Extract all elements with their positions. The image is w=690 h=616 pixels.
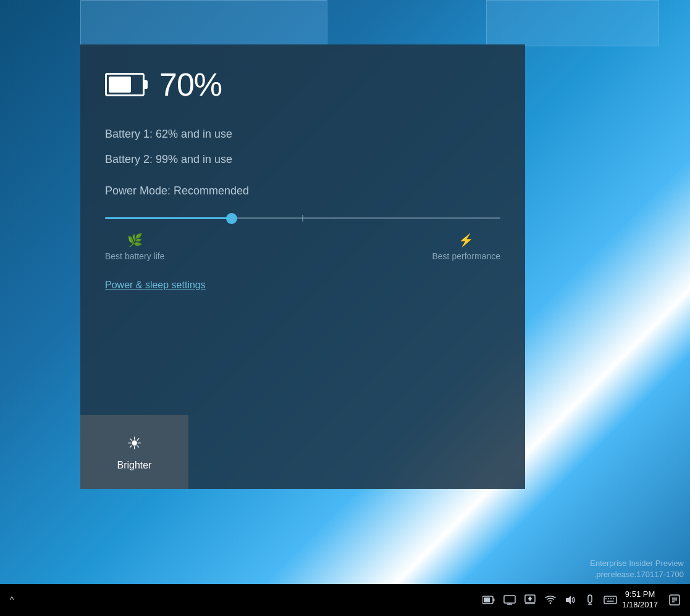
battery-fill [109, 77, 131, 93]
svg-point-9 [550, 602, 551, 604]
pen-icon[interactable] [585, 594, 595, 606]
enterprise-line1: Enterprise Insider Preview [590, 558, 684, 569]
slider-tick-mid [302, 215, 303, 222]
battery-systray-icon[interactable] [482, 596, 495, 604]
systray [482, 594, 617, 606]
bolt-icon: ⚡ [458, 233, 474, 248]
enterprise-watermark: Enterprise Insider Preview .prerelease.1… [590, 558, 684, 580]
svg-rect-11 [588, 595, 592, 602]
chevron-up-icon[interactable]: ^ [10, 595, 14, 605]
slider-thumb[interactable] [226, 213, 237, 224]
desktop-tile-right [486, 0, 659, 46]
sun-icon: ☀ [127, 433, 142, 454]
wifi-icon[interactable] [544, 595, 557, 605]
power-mode-ends: 🌿 Best battery life ⚡ Best performance [105, 233, 500, 261]
notification-icon[interactable] [669, 594, 680, 606]
best-battery-label: Best battery life [105, 251, 165, 261]
battery-icon [105, 73, 145, 96]
taskbar-clock[interactable]: 9:51 PM 1/18/2017 [622, 589, 658, 610]
battery2-detail: Battery 2: 99% and in use [105, 153, 500, 166]
svg-marker-10 [566, 596, 571, 604]
best-performance-end: ⚡ Best performance [432, 233, 501, 261]
battery-header: 70% [105, 66, 500, 103]
slider-track-fill [105, 217, 235, 219]
svg-rect-2 [494, 599, 495, 602]
svg-rect-14 [604, 596, 616, 604]
desktop-tile-left [80, 0, 327, 46]
keyboard-icon[interactable] [604, 595, 617, 605]
clock-time: 9:51 PM [625, 589, 655, 600]
power-mode-label: Power Mode: Recommended [105, 185, 500, 198]
svg-rect-3 [504, 596, 515, 603]
taskbar-left: ^ [0, 595, 14, 605]
upload-icon[interactable] [524, 594, 536, 606]
clock-date: 1/18/2017 [622, 600, 658, 610]
best-performance-label: Best performance [432, 251, 501, 261]
svg-rect-1 [484, 597, 490, 602]
slider-track [105, 217, 500, 219]
enterprise-line2: .prerelease.170117-1700 [590, 569, 684, 580]
power-settings-link[interactable]: Power & sleep settings [105, 280, 206, 291]
power-mode-slider-container[interactable] [105, 211, 500, 225]
display-icon[interactable] [503, 595, 516, 605]
battery1-detail: Battery 1: 62% and in use [105, 128, 500, 141]
brighter-label: Brighter [117, 460, 151, 471]
brighter-button[interactable]: ☀ Brighter [80, 415, 188, 489]
battery-popup: 70% Battery 1: 62% and in use Battery 2:… [80, 44, 525, 489]
volume-icon[interactable] [565, 595, 576, 605]
best-battery-end: 🌿 Best battery life [105, 233, 165, 261]
leaf-icon: 🌿 [127, 233, 143, 248]
battery-percentage: 70% [159, 66, 222, 103]
taskbar: ^ [0, 584, 690, 616]
battery-body [105, 73, 145, 96]
svg-marker-7 [528, 596, 532, 601]
